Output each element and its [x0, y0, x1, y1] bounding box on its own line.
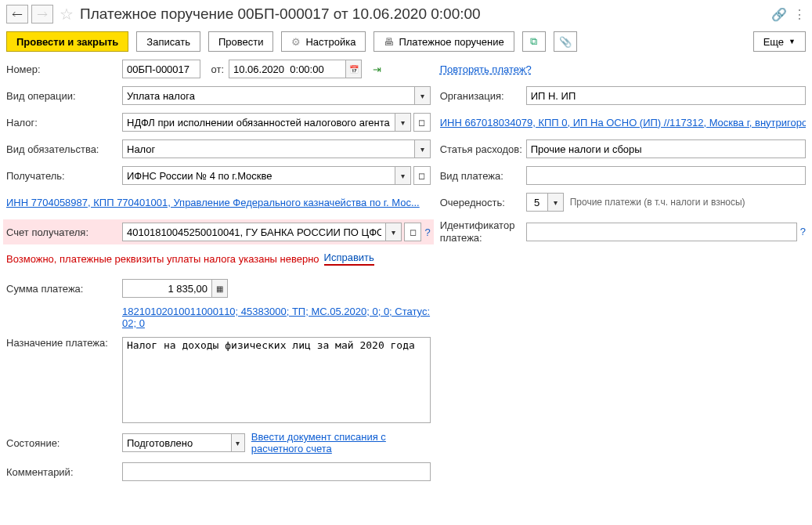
paytype-input[interactable] — [526, 166, 806, 185]
tax-dropdown[interactable]: ▾ — [395, 113, 411, 132]
move-icon: ⇥ — [373, 63, 381, 75]
recipient-input[interactable] — [122, 166, 395, 185]
state-label: Состояние: — [6, 437, 122, 449]
queue-input[interactable] — [526, 193, 548, 212]
optype-input[interactable] — [122, 86, 415, 105]
recipient-label: Получатель: — [6, 170, 122, 182]
acc-label: Счет получателя: — [6, 226, 122, 238]
purpose-textarea[interactable]: Налог на доходы физических лиц за май 20… — [122, 337, 431, 423]
settings-label: Настройка — [305, 36, 355, 48]
more-button[interactable]: Еще ▼ — [753, 31, 806, 52]
chevron-down-icon: ▼ — [789, 38, 796, 45]
repeat-link[interactable]: Повторять платеж? — [440, 63, 532, 75]
date-input[interactable] — [229, 60, 346, 78]
number-label: Номер: — [6, 63, 122, 75]
move-date-button[interactable]: ⇥ — [373, 63, 381, 75]
printer-icon: 🖶 — [384, 36, 394, 48]
hierarchy-icon: ⧉ — [530, 35, 537, 48]
number-input[interactable] — [122, 60, 200, 78]
attach-button[interactable]: 📎 — [554, 31, 577, 52]
post-and-close-button[interactable]: Провести и закрыть — [6, 31, 128, 52]
warning-text: Возможно, платежные реквизиты уплаты нал… — [6, 253, 319, 265]
favorite-star-icon[interactable]: ☆ — [60, 5, 74, 24]
optype-dropdown[interactable]: ▾ — [415, 86, 431, 105]
org-label: Организация: — [440, 90, 526, 102]
print-label: Платежное поручение — [399, 36, 503, 48]
state-dropdown[interactable]: ▾ — [232, 433, 245, 452]
save-button[interactable]: Записать — [136, 31, 200, 52]
ident-label: Идентификатор платежа: — [440, 219, 526, 244]
acc-help[interactable]: ? — [424, 226, 430, 238]
paperclip-icon: 📎 — [559, 36, 572, 48]
queue-desc: Прочие платежи (в т.ч. налоги и взносы) — [570, 197, 745, 208]
recipient-dropdown[interactable]: ▾ — [395, 166, 411, 185]
recipient-open[interactable]: ◻ — [413, 166, 431, 185]
obl-label: Вид обязательства: — [6, 143, 122, 155]
calculator-icon: ▦ — [216, 284, 223, 293]
calendar-button[interactable]: 📅 — [346, 60, 362, 78]
state-link[interactable]: Ввести документ списания с расчетного сч… — [251, 431, 431, 454]
settings-button[interactable]: ⚙ Настройка — [281, 31, 366, 52]
page-title: Платежное поручение 00БП-000017 от 10.06… — [80, 5, 481, 23]
obl-dropdown[interactable]: ▾ — [415, 139, 431, 158]
state-input[interactable] — [122, 433, 232, 452]
expense-input[interactable] — [526, 139, 806, 158]
kbk-link[interactable]: 18210102010011000110; 45383000; ТП; МС.0… — [122, 306, 431, 329]
acc-open[interactable]: ◻ — [404, 223, 421, 241]
print-button[interactable]: 🖶 Платежное поручение — [374, 31, 514, 52]
more-menu-icon[interactable]: ⋮ — [793, 7, 806, 22]
acc-input[interactable] — [122, 223, 386, 241]
optype-label: Вид операции: — [6, 90, 122, 102]
comment-label: Комментарий: — [6, 466, 122, 478]
link-icon[interactable]: 🔗 — [771, 7, 787, 22]
more-label: Еще — [763, 36, 784, 48]
org-input[interactable] — [526, 86, 806, 105]
tax-label: Налог: — [6, 117, 122, 129]
sum-calc[interactable]: ▦ — [212, 279, 228, 298]
gear-icon: ⚙ — [291, 36, 301, 48]
comment-input[interactable] — [122, 462, 431, 481]
ident-input[interactable] — [526, 223, 797, 241]
forward-button[interactable]: 🡒 — [31, 5, 53, 24]
tax-input[interactable] — [122, 113, 395, 132]
fix-link[interactable]: Исправить — [324, 252, 374, 266]
ident-help[interactable]: ? — [800, 226, 806, 237]
back-button[interactable]: 🡐 — [6, 5, 28, 24]
from-label: от: — [200, 63, 229, 75]
obl-input[interactable] — [122, 139, 415, 158]
queue-dropdown[interactable]: ▾ — [548, 193, 564, 212]
paytype-label: Вид платежа: — [440, 170, 526, 182]
structure-button[interactable]: ⧉ — [522, 31, 546, 52]
sum-input[interactable] — [122, 279, 212, 298]
org-link[interactable]: ИНН 667018034079, КПП 0, ИП На ОСНО (ИП)… — [440, 117, 806, 129]
calendar-icon: 📅 — [349, 65, 359, 74]
purpose-label: Назначение платежа: — [6, 337, 122, 349]
recipient-link[interactable]: ИНН 7704058987, КПП 770401001, Управлени… — [6, 197, 420, 208]
queue-label: Очередность: — [440, 197, 526, 208]
post-button[interactable]: Провести — [208, 31, 274, 52]
expense-label: Статья расходов: — [440, 143, 526, 155]
sum-label: Сумма платежа: — [6, 283, 122, 295]
tax-open[interactable]: ◻ — [413, 113, 431, 132]
acc-dropdown[interactable]: ▾ — [386, 223, 402, 241]
